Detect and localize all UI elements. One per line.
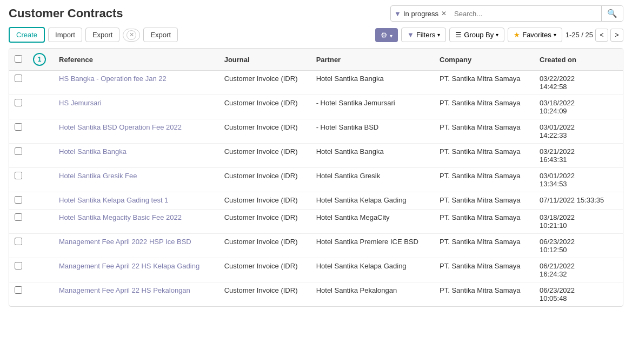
row-partner: Hotel Santika Kelapa Gading: [311, 258, 434, 282]
row-name[interactable]: Hotel Santika Gresik Fee: [54, 168, 219, 192]
gear-dropdown-icon: ▾: [390, 33, 392, 39]
scroll-cell: [616, 192, 623, 210]
table-row[interactable]: Hotel Santika Kelapa Gading test 1Custom…: [9, 192, 623, 210]
table-row[interactable]: HS Bangka - Operation fee Jan 22Customer…: [9, 71, 623, 95]
scroll-cell: [616, 119, 623, 144]
reference-header[interactable]: Reference: [54, 49, 219, 71]
gear-icon: ⚙: [381, 31, 388, 39]
row-checkbox[interactable]: [15, 75, 22, 82]
row-journal: Customer Invoice (IDR): [219, 168, 311, 192]
table-header-row: 1 Reference Journal Partner Company Crea…: [9, 49, 623, 71]
row-checkbox[interactable]: [15, 238, 22, 245]
scroll-cell: [616, 282, 623, 307]
row-name[interactable]: Management Fee April 22 HS Pekalongan: [54, 282, 219, 307]
row-num-cell: [28, 210, 54, 234]
next-page-button[interactable]: >: [610, 29, 623, 42]
favorites-button[interactable]: ★ Favorites ▾: [508, 28, 562, 42]
gear-button[interactable]: ⚙ ▾: [375, 28, 398, 42]
toggle-switch[interactable]: ✕: [123, 29, 140, 42]
row-checkbox-cell: [9, 119, 28, 144]
scroll-cell: [616, 168, 623, 192]
table-row[interactable]: Management Fee April 22 HS PekalonganCus…: [9, 282, 623, 307]
table-row[interactable]: Management Fee April 22 HS Kelapa Gading…: [9, 258, 623, 282]
row-company: PT. Santika Mitra Samaya: [434, 192, 534, 210]
row-partner: Hotel Santika Kelapa Gading: [311, 192, 434, 210]
scroll-cell: [616, 144, 623, 168]
row-company: PT. Santika Mitra Samaya: [434, 95, 534, 119]
table-row[interactable]: Hotel Santika Megacity Basic Fee 2022Cus…: [9, 210, 623, 234]
row-company: PT. Santika Mitra Samaya: [434, 168, 534, 192]
group-by-label: Group By: [464, 31, 494, 39]
row-partner: Hotel Santika Pekalongan: [311, 282, 434, 307]
row-num-cell: [28, 168, 54, 192]
row-checkbox-cell: [9, 192, 28, 210]
row-partner: Hotel Santika Bangka: [311, 71, 434, 95]
scroll-cell: [616, 71, 623, 95]
row-name[interactable]: Hotel Santika Megacity Basic Fee 2022: [54, 210, 219, 234]
row-checkbox-cell: [9, 210, 28, 234]
row-checkbox[interactable]: [15, 172, 22, 179]
row-checkbox[interactable]: [15, 213, 22, 221]
row-journal: Customer Invoice (IDR): [219, 144, 311, 168]
scroll-cell: [616, 210, 623, 234]
export-button[interactable]: Export: [85, 28, 120, 42]
table-row[interactable]: Hotel Santika BangkaCustomer Invoice (ID…: [9, 144, 623, 168]
filter-tag-close[interactable]: ✕: [441, 10, 447, 17]
row-name[interactable]: Management Fee April 2022 HSP Ice BSD: [54, 234, 219, 258]
row-checkbox[interactable]: [15, 262, 22, 269]
row-checkbox-cell: [9, 258, 28, 282]
table-row[interactable]: HS JemursariCustomer Invoice (IDR)- Hote…: [9, 95, 623, 119]
table-row[interactable]: Hotel Santika BSD Operation Fee 2022Cust…: [9, 119, 623, 144]
create-button[interactable]: Create: [9, 27, 45, 43]
row-journal: Customer Invoice (IDR): [219, 210, 311, 234]
toolbar: Create Import Export ✕ Export ⚙ ▾ ▼ Filt…: [9, 27, 623, 43]
search-button[interactable]: 🔍: [601, 6, 623, 21]
row-created-on: 03/21/2022 16:43:31: [534, 144, 616, 168]
table-row[interactable]: Management Fee April 2022 HSP Ice BSDCus…: [9, 234, 623, 258]
row-company: PT. Santika Mitra Samaya: [434, 234, 534, 258]
toggle-circle: ✕: [127, 30, 136, 40]
data-table: 1 Reference Journal Partner Company Crea…: [9, 48, 623, 307]
filter-tag-label: In progress: [403, 10, 438, 18]
row-checkbox[interactable]: [15, 196, 22, 204]
select-all-header[interactable]: [9, 49, 28, 71]
row-checkbox-cell: [9, 95, 28, 119]
num-header: 1: [28, 49, 54, 71]
row-created-on: 03/18/2022 10:24:09: [534, 95, 616, 119]
row-name[interactable]: HS Jemursari: [54, 95, 219, 119]
export2-button[interactable]: Export: [143, 28, 178, 42]
toolbar-left: Create Import Export ✕ Export: [9, 27, 178, 43]
header-row: Customer Contracts ▼ In progress ✕ 🔍: [9, 5, 623, 22]
row-created-on: 06/21/2022 16:24:32: [534, 258, 616, 282]
row-name[interactable]: HS Bangka - Operation fee Jan 22: [54, 71, 219, 95]
group-by-button[interactable]: ☰ Group By ▾: [449, 28, 504, 42]
row-checkbox[interactable]: [15, 99, 22, 106]
prev-page-button[interactable]: <: [595, 29, 608, 42]
row-checkbox[interactable]: [15, 123, 22, 131]
row-name[interactable]: Hotel Santika Kelapa Gading test 1: [54, 192, 219, 210]
group-by-icon: ☰: [455, 31, 462, 39]
row-name[interactable]: Hotel Santika Bangka: [54, 144, 219, 168]
row-journal: Customer Invoice (IDR): [219, 234, 311, 258]
row-partner: - Hotel Santika BSD: [311, 119, 434, 144]
search-input[interactable]: [450, 7, 601, 21]
journal-header[interactable]: Journal: [219, 49, 311, 71]
row-checkbox[interactable]: [15, 147, 22, 155]
row-name[interactable]: Hotel Santika BSD Operation Fee 2022: [54, 119, 219, 144]
company-header[interactable]: Company: [434, 49, 534, 71]
row-checkbox-cell: [9, 168, 28, 192]
partner-header[interactable]: Partner: [311, 49, 434, 71]
select-all-checkbox[interactable]: [15, 55, 22, 63]
filters-button[interactable]: ▼ Filters ▾: [401, 28, 446, 42]
table-row[interactable]: Hotel Santika Gresik FeeCustomer Invoice…: [9, 168, 623, 192]
row-name[interactable]: Management Fee April 22 HS Kelapa Gading: [54, 258, 219, 282]
row-journal: Customer Invoice (IDR): [219, 258, 311, 282]
row-count-badge: 1: [33, 53, 46, 66]
scroll-cell: [616, 234, 623, 258]
row-checkbox[interactable]: [15, 286, 22, 294]
import-button[interactable]: Import: [48, 28, 82, 42]
row-company: PT. Santika Mitra Samaya: [434, 210, 534, 234]
row-company: PT. Santika Mitra Samaya: [434, 119, 534, 144]
star-icon: ★: [514, 31, 520, 39]
created-on-header[interactable]: Created on: [534, 49, 616, 71]
